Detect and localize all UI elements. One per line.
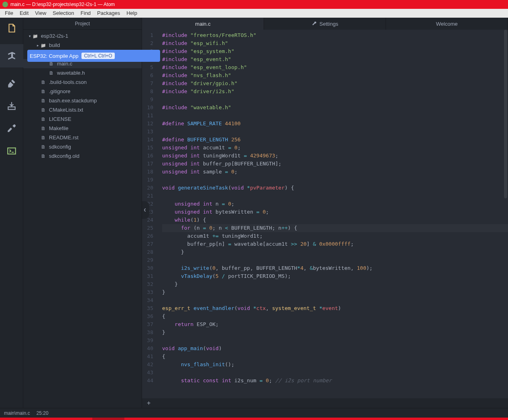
code-line[interactable]: { [162, 312, 508, 320]
code-line[interactable] [162, 256, 508, 264]
flash-icon[interactable] [5, 100, 18, 112]
tree-file[interactable]: sdkconfig [23, 142, 142, 151]
file-icon [40, 125, 47, 131]
code-line[interactable]: #include "esp_event_loop.h" [162, 63, 508, 71]
code-line[interactable]: #include "wavetable.h" [162, 104, 508, 112]
code-line[interactable]: unsigned int n = 0; [162, 200, 508, 208]
menu-help[interactable]: Help [123, 9, 140, 18]
clean-icon[interactable] [5, 77, 18, 90]
code-line[interactable] [162, 128, 508, 136]
build-icon[interactable] [0, 44, 23, 67]
code-line[interactable]: #include "esp_event.h" [162, 55, 508, 63]
chevron-down-icon: ▾ [27, 34, 32, 38]
code-line[interactable]: static const int i2s_num = 0; // i2s por… [162, 377, 508, 385]
code-line[interactable] [162, 369, 508, 377]
tree-root[interactable]: ▾ esp32-i2s-1 [23, 31, 142, 41]
file-icon [40, 153, 47, 159]
panel-collapse-button[interactable]: ❮ [142, 201, 149, 219]
code-line[interactable]: #include "esp_system.h" [162, 47, 508, 55]
code-line[interactable] [162, 112, 508, 120]
document-icon[interactable] [5, 22, 18, 35]
code-line[interactable]: accum1t += tuningWord1t; [162, 232, 508, 240]
code-line[interactable]: } [162, 328, 508, 336]
code-line[interactable]: #define BUFFER_LENGTH 256 [162, 136, 508, 144]
menu-file[interactable]: File [2, 9, 16, 18]
code-line[interactable]: esp_err_t event_handler(void *ctx, syste… [162, 304, 508, 312]
title-bar: main.c — D:\esp32-projects\esp32-i2s-1 —… [0, 0, 508, 9]
tree-item-label: build [49, 42, 60, 48]
code-line[interactable] [162, 296, 508, 304]
tree-file[interactable]: sdkconfig.old [23, 151, 142, 161]
code-line[interactable]: void generateSineTask(void *pvParameter)… [162, 184, 508, 192]
code-editor[interactable]: ❮ 12345678910111213141516171819202122232… [142, 30, 508, 398]
file-icon [40, 98, 47, 104]
code-line[interactable]: { [162, 353, 508, 361]
tree-file[interactable]: Makefile [23, 124, 142, 133]
status-path[interactable]: main\main.c [4, 410, 30, 416]
code-line[interactable]: unsigned int bytesWritten = 0; [162, 208, 508, 216]
code-line[interactable]: i2s_write(0, buffer_pp, BUFFER_LENGTH*4,… [162, 264, 508, 272]
scrollbar-thumb[interactable] [504, 30, 507, 198]
code-line[interactable]: void app_main(void) [162, 345, 508, 353]
command-label: ESP32: Compile App [30, 53, 78, 59]
tab-welcome[interactable]: Welcome [386, 18, 508, 30]
code-line[interactable]: return ESP_OK; [162, 320, 508, 328]
command-palette-item[interactable]: ESP32: Compile App Ctrl+L Ctrl+O [27, 50, 160, 62]
code-line[interactable]: #include "nvs_flash.h" [162, 71, 508, 80]
tab-label: main.c [195, 21, 210, 27]
code-body[interactable]: #include "freertos/FreeRTOS.h"#include "… [156, 30, 508, 398]
tree-file[interactable]: .gitignore [23, 87, 142, 96]
terminal-icon[interactable] [5, 145, 18, 157]
code-line[interactable]: } [162, 280, 508, 288]
tree-item-label: LICENSE [49, 116, 71, 122]
tree-folder[interactable]: ▸build [23, 41, 142, 50]
file-icon [48, 70, 55, 76]
code-line[interactable]: nvs_flash_init(); [162, 361, 508, 369]
menu-bar: File Edit View Selection Find Packages H… [0, 9, 508, 18]
code-line[interactable]: unsigned int buffer_pp[BUFFER_LENGTH]; [162, 160, 508, 168]
vertical-scrollbar[interactable] [503, 30, 508, 398]
folder-icon [40, 42, 47, 48]
tree-item-label: CMakeLists.txt [49, 107, 83, 113]
tab-main-c[interactable]: main.c [142, 18, 264, 30]
file-icon [40, 116, 47, 122]
code-line[interactable]: #include "driver/i2s.h" [162, 88, 508, 96]
code-line[interactable] [162, 336, 508, 345]
tree-file[interactable]: wavetable.h [23, 68, 142, 77]
tab-bar: main.c Settings Welcome [142, 18, 508, 30]
code-line[interactable] [162, 96, 508, 104]
menu-packages[interactable]: Packages [94, 9, 123, 18]
code-line[interactable]: unsigned int tuningWord1t = 42949673; [162, 152, 508, 160]
svg-rect-1 [8, 148, 16, 154]
tree-file[interactable]: bash.exe.stackdump [23, 96, 142, 105]
code-line[interactable]: } [162, 248, 508, 256]
tree-root-label: esp32-i2s-1 [41, 33, 68, 39]
tab-settings[interactable]: Settings [264, 18, 386, 30]
code-line[interactable]: #include "esp_wifi.h" [162, 39, 508, 47]
tools-icon[interactable] [5, 122, 18, 135]
code-line[interactable]: vTaskDelay(5 / portTICK_PERIOD_MS); [162, 272, 508, 280]
code-line[interactable]: } [162, 288, 508, 296]
tab-label: Welcome [436, 21, 458, 27]
menu-edit[interactable]: Edit [16, 9, 32, 18]
tree-file[interactable]: CMakeLists.txt [23, 105, 142, 114]
tree-file[interactable]: .build-tools.cson [23, 77, 142, 87]
code-line[interactable]: #define SAMPLE_RATE 44100 [162, 120, 508, 128]
code-line[interactable]: #include "driver/gpio.h" [162, 80, 508, 88]
code-line[interactable]: unsigned int accum1t = 0; [162, 144, 508, 152]
code-line[interactable]: buffer_pp[n] = wavetable[accum1t >> 20] … [162, 240, 508, 248]
code-line[interactable]: for (n = 0; n < BUFFER_LENGTH; n++) { [162, 224, 508, 232]
tree-file[interactable]: LICENSE [23, 114, 142, 124]
tool-dock [0, 18, 23, 408]
code-line[interactable]: #include "freertos/FreeRTOS.h" [162, 31, 508, 39]
menu-view[interactable]: View [32, 9, 49, 18]
new-tab-button[interactable]: + [142, 398, 508, 408]
menu-selection[interactable]: Selection [49, 9, 77, 18]
code-line[interactable] [162, 192, 508, 200]
tree-file[interactable]: README.rst [23, 133, 142, 142]
code-line[interactable] [162, 176, 508, 184]
code-line[interactable]: unsigned int sample = 0; [162, 168, 508, 176]
menu-find[interactable]: Find [77, 9, 94, 18]
code-line[interactable]: while(1) { [162, 216, 508, 224]
status-cursor[interactable]: 25:20 [37, 410, 49, 416]
